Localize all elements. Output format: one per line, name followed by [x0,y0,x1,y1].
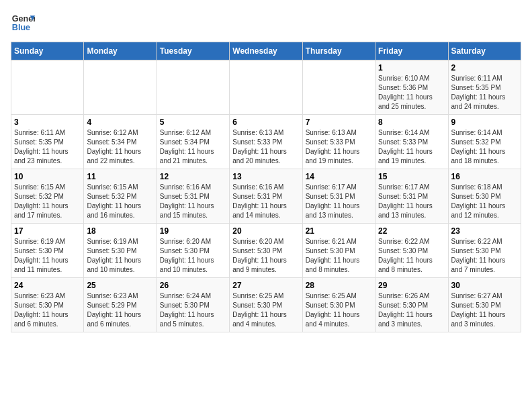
day-cell: 13Sunrise: 6:16 AM Sunset: 5:31 PM Dayli… [230,169,302,224]
day-number: 9 [451,118,518,127]
logo-icon: General Blue [11,11,35,35]
day-number: 19 [160,226,226,236]
day-cell: 22Sunrise: 6:22 AM Sunset: 5:30 PM Dayli… [375,224,448,278]
day-cell: 23Sunrise: 6:22 AM Sunset: 5:30 PM Dayli… [448,224,521,278]
calendar-body: 1Sunrise: 6:10 AM Sunset: 5:36 PM Daylig… [11,60,521,332]
day-info: Sunrise: 6:12 AM Sunset: 5:34 PM Dayligh… [87,128,153,166]
day-number: 20 [232,226,299,236]
day-cell [302,60,375,115]
day-number: 4 [87,118,153,127]
day-info: Sunrise: 6:10 AM Sunset: 5:36 PM Dayligh… [378,74,445,111]
day-cell: 8Sunrise: 6:14 AM Sunset: 5:33 PM Daylig… [375,115,448,169]
day-cell: 29Sunrise: 6:26 AM Sunset: 5:30 PM Dayli… [375,278,448,332]
day-number: 15 [378,172,445,181]
day-cell: 21Sunrise: 6:21 AM Sunset: 5:30 PM Dayli… [302,224,375,278]
day-cell: 26Sunrise: 6:24 AM Sunset: 5:30 PM Dayli… [157,278,229,332]
day-info: Sunrise: 6:12 AM Sunset: 5:34 PM Dayligh… [160,128,226,166]
weekday-header-saturday: Saturday [448,42,521,60]
page-header: General Blue [11,11,521,35]
day-number: 11 [87,172,153,181]
week-row-1: 3Sunrise: 6:11 AM Sunset: 5:35 PM Daylig… [11,115,521,169]
day-info: Sunrise: 6:22 AM Sunset: 5:30 PM Dayligh… [451,237,518,275]
day-cell: 18Sunrise: 6:19 AM Sunset: 5:30 PM Dayli… [84,224,157,278]
logo: General Blue [11,11,35,35]
day-cell: 12Sunrise: 6:16 AM Sunset: 5:31 PM Dayli… [157,169,229,224]
day-info: Sunrise: 6:25 AM Sunset: 5:30 PM Dayligh… [306,291,372,329]
day-cell [157,60,229,115]
day-cell: 27Sunrise: 6:25 AM Sunset: 5:30 PM Dayli… [230,278,302,332]
day-info: Sunrise: 6:17 AM Sunset: 5:31 PM Dayligh… [306,183,372,220]
day-number: 2 [451,63,518,73]
day-cell: 7Sunrise: 6:13 AM Sunset: 5:33 PM Daylig… [302,115,375,169]
day-number: 27 [232,281,299,290]
day-info: Sunrise: 6:19 AM Sunset: 5:30 PM Dayligh… [87,237,153,275]
day-number: 22 [378,226,445,236]
week-row-0: 1Sunrise: 6:10 AM Sunset: 5:36 PM Daylig… [11,60,521,115]
day-info: Sunrise: 6:19 AM Sunset: 5:30 PM Dayligh… [14,237,81,275]
day-info: Sunrise: 6:27 AM Sunset: 5:30 PM Dayligh… [451,291,518,329]
day-number: 5 [160,118,226,127]
day-info: Sunrise: 6:14 AM Sunset: 5:32 PM Dayligh… [451,128,518,166]
day-cell: 14Sunrise: 6:17 AM Sunset: 5:31 PM Dayli… [302,169,375,224]
day-info: Sunrise: 6:18 AM Sunset: 5:30 PM Dayligh… [451,183,518,220]
day-number: 7 [306,118,372,127]
day-number: 26 [160,281,226,290]
week-row-2: 10Sunrise: 6:15 AM Sunset: 5:32 PM Dayli… [11,169,521,224]
day-number: 18 [87,226,153,236]
day-info: Sunrise: 6:21 AM Sunset: 5:30 PM Dayligh… [306,237,372,275]
day-cell: 2Sunrise: 6:11 AM Sunset: 5:35 PM Daylig… [448,60,521,115]
day-info: Sunrise: 6:14 AM Sunset: 5:33 PM Dayligh… [378,128,445,166]
weekday-header-tuesday: Tuesday [157,42,229,60]
week-row-3: 17Sunrise: 6:19 AM Sunset: 5:30 PM Dayli… [11,224,521,278]
day-number: 25 [87,281,153,290]
day-cell: 9Sunrise: 6:14 AM Sunset: 5:32 PM Daylig… [448,115,521,169]
day-info: Sunrise: 6:25 AM Sunset: 5:30 PM Dayligh… [232,291,299,329]
day-number: 30 [451,281,518,290]
day-cell: 16Sunrise: 6:18 AM Sunset: 5:30 PM Dayli… [448,169,521,224]
day-cell [11,60,84,115]
day-number: 24 [14,281,81,290]
day-number: 14 [306,172,372,181]
day-info: Sunrise: 6:16 AM Sunset: 5:31 PM Dayligh… [232,183,299,220]
day-number: 13 [232,172,299,181]
day-cell: 15Sunrise: 6:17 AM Sunset: 5:31 PM Dayli… [375,169,448,224]
day-cell: 10Sunrise: 6:15 AM Sunset: 5:32 PM Dayli… [11,169,84,224]
weekday-header-monday: Monday [84,42,157,60]
day-info: Sunrise: 6:13 AM Sunset: 5:33 PM Dayligh… [306,128,372,166]
day-number: 3 [14,118,81,127]
day-info: Sunrise: 6:11 AM Sunset: 5:35 PM Dayligh… [14,128,81,166]
day-cell: 4Sunrise: 6:12 AM Sunset: 5:34 PM Daylig… [84,115,157,169]
weekday-header-row: SundayMondayTuesdayWednesdayThursdayFrid… [11,42,521,60]
day-cell [230,60,302,115]
week-row-4: 24Sunrise: 6:23 AM Sunset: 5:30 PM Dayli… [11,278,521,332]
day-cell: 20Sunrise: 6:20 AM Sunset: 5:30 PM Dayli… [230,224,302,278]
day-number: 10 [14,172,81,181]
day-info: Sunrise: 6:15 AM Sunset: 5:32 PM Dayligh… [14,183,81,220]
day-info: Sunrise: 6:11 AM Sunset: 5:35 PM Dayligh… [451,74,518,111]
weekday-header-friday: Friday [375,42,448,60]
day-info: Sunrise: 6:20 AM Sunset: 5:30 PM Dayligh… [160,237,226,275]
day-number: 1 [378,63,445,73]
day-info: Sunrise: 6:23 AM Sunset: 5:29 PM Dayligh… [87,291,153,329]
day-info: Sunrise: 6:15 AM Sunset: 5:32 PM Dayligh… [87,183,153,220]
day-cell [84,60,157,115]
weekday-header-thursday: Thursday [302,42,375,60]
day-cell: 5Sunrise: 6:12 AM Sunset: 5:34 PM Daylig… [157,115,229,169]
day-number: 17 [14,226,81,236]
day-cell: 19Sunrise: 6:20 AM Sunset: 5:30 PM Dayli… [157,224,229,278]
day-info: Sunrise: 6:24 AM Sunset: 5:30 PM Dayligh… [160,291,226,329]
weekday-header-wednesday: Wednesday [230,42,302,60]
day-number: 21 [306,226,372,236]
day-cell: 28Sunrise: 6:25 AM Sunset: 5:30 PM Dayli… [302,278,375,332]
day-number: 23 [451,226,518,236]
day-number: 12 [160,172,226,181]
day-cell: 24Sunrise: 6:23 AM Sunset: 5:30 PM Dayli… [11,278,84,332]
svg-text:Blue: Blue [12,23,30,32]
day-info: Sunrise: 6:22 AM Sunset: 5:30 PM Dayligh… [378,237,445,275]
day-info: Sunrise: 6:23 AM Sunset: 5:30 PM Dayligh… [14,291,81,329]
calendar-table: SundayMondayTuesdayWednesdayThursdayFrid… [11,42,521,332]
day-number: 29 [378,281,445,290]
day-info: Sunrise: 6:17 AM Sunset: 5:31 PM Dayligh… [378,183,445,220]
day-cell: 6Sunrise: 6:13 AM Sunset: 5:33 PM Daylig… [230,115,302,169]
day-info: Sunrise: 6:20 AM Sunset: 5:30 PM Dayligh… [232,237,299,275]
